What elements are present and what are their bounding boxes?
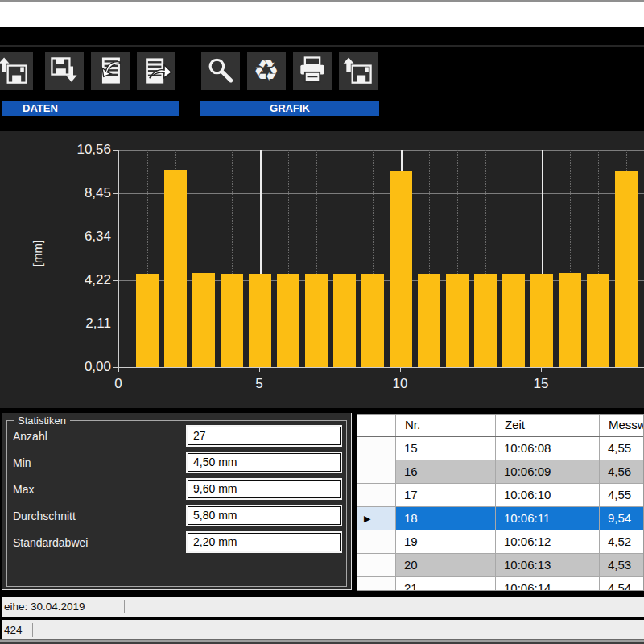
- table-row-21[interactable]: 2110:06:144,54: [357, 577, 643, 591]
- table-row-20[interactable]: 2010:06:134,53: [357, 554, 643, 577]
- export-data-button[interactable]: [137, 52, 175, 90]
- toolbar-divider: [0, 45, 644, 47]
- toolbar-group-label-grafik: GRAFIK: [200, 101, 379, 116]
- stat-label: Standardabwei: [13, 536, 188, 549]
- y-tick-label: 0,00: [47, 359, 111, 375]
- cell-zeit: 10:06:10: [496, 484, 600, 506]
- stat-label: Max: [13, 483, 188, 496]
- x-tick-mark: [400, 368, 401, 372]
- bar-measurement-12: [446, 274, 469, 367]
- stat-value-input[interactable]: 27: [188, 427, 341, 445]
- stat-field-row: Max9,60 mm: [13, 480, 341, 498]
- status-bar-1: eihe: 30.04.2019: [0, 597, 644, 617]
- y-tick-label: 2,11: [47, 316, 111, 332]
- table-row-17[interactable]: 1710:06:104,55: [357, 484, 643, 507]
- bar-measurement-13: [474, 274, 497, 367]
- bar-measurement-17: [587, 274, 609, 367]
- cell-messwert: 4,55: [600, 484, 644, 506]
- x-tick-label: 10: [384, 376, 416, 392]
- cell-messwert: 4,55: [600, 437, 644, 460]
- stat-value-input[interactable]: 2,20 mm: [188, 533, 341, 551]
- table-row-16[interactable]: 1610:06:094,56: [357, 460, 643, 484]
- x-tick-mark: [541, 368, 542, 372]
- bar-measurement-4: [221, 274, 243, 367]
- bar-measurement-7: [305, 274, 328, 367]
- import-document-icon: [93, 53, 128, 89]
- cell-zeit: 10:06:11: [496, 507, 600, 530]
- column-header-messwert[interactable]: Messwert: [600, 415, 644, 436]
- bar-measurement-2: [164, 170, 187, 367]
- cell-nr: 17: [396, 484, 496, 506]
- print-button[interactable]: [293, 52, 332, 90]
- cell-nr: 21: [396, 577, 496, 591]
- column-header-zeit[interactable]: Zeit: [496, 415, 600, 436]
- y-tick-mark: [113, 280, 118, 281]
- status-series-date: eihe: 30.04.2019: [4, 597, 85, 617]
- zoom-button[interactable]: [201, 52, 240, 90]
- status-separator: [32, 623, 33, 637]
- selected-row-arrow-icon: ▶: [364, 514, 370, 524]
- save-graphic-button[interactable]: [339, 52, 378, 90]
- chart-y-axis-title: [mm]: [31, 240, 44, 266]
- table-row-15[interactable]: 1510:06:084,55: [357, 437, 643, 460]
- bar-measurement-18: [615, 171, 638, 367]
- y-tick-label: 10,56: [47, 142, 111, 158]
- bar-measurement-15: [530, 274, 553, 367]
- bar-measurement-11: [418, 274, 440, 367]
- h-gridline: [119, 150, 644, 151]
- cell-nr: 16: [396, 460, 496, 483]
- status-device-number: 424: [4, 620, 23, 640]
- y-tick-mark: [113, 150, 118, 151]
- y-tick-label: 6,34: [47, 229, 111, 245]
- refresh-button[interactable]: ♻: [247, 52, 286, 90]
- cell-zeit: 10:06:09: [496, 460, 600, 483]
- column-header-nr[interactable]: Nr.: [396, 415, 496, 436]
- stat-value-input[interactable]: 4,50 mm: [188, 453, 341, 472]
- bar-measurement-10: [390, 171, 412, 367]
- bar-measurement-5: [249, 274, 271, 367]
- statistics-panel: Statistiken Anzahl27Min4,50 mmMax9,60 mm…: [2, 413, 352, 590]
- load-data-floppy-up-icon: [0, 53, 31, 89]
- table-header-row: Nr. Zeit Messwert: [357, 415, 643, 437]
- stat-label: Min: [13, 456, 188, 469]
- table-row-18[interactable]: ▶1810:06:119,54: [357, 507, 643, 530]
- stat-field-row: Anzahl27: [13, 427, 341, 445]
- stat-field-row: Durchschnitt5,80 mm: [13, 506, 341, 525]
- row-header-column-header: [357, 415, 396, 436]
- window-bottom-edge: [0, 639, 644, 644]
- print-icon: [295, 53, 330, 89]
- stat-label: Anzahl: [13, 430, 188, 443]
- load-data-button[interactable]: [0, 52, 33, 90]
- cell-messwert: 4,54: [600, 577, 644, 591]
- h-gridline: [119, 193, 644, 194]
- stat-value-input[interactable]: 5,80 mm: [188, 506, 341, 525]
- y-tick-mark: [113, 193, 118, 194]
- cell-zeit: 10:06:08: [496, 437, 600, 460]
- measurement-table: Nr. Zeit Messwert 1510:06:084,551610:06:…: [357, 414, 644, 591]
- cell-messwert: 4,53: [600, 554, 644, 576]
- save-data-button[interactable]: [45, 52, 84, 90]
- bar-measurement-16: [559, 273, 581, 367]
- save-graphic-floppy-up-icon: [341, 53, 376, 89]
- cell-zeit: 10:06:12: [496, 530, 600, 553]
- y-tick-mark: [113, 324, 118, 324]
- row-header-cell: [357, 460, 396, 483]
- cell-nr: 19: [396, 530, 496, 553]
- y-tick-label: 4,22: [47, 272, 111, 288]
- y-tick-label: 8,45: [47, 185, 111, 201]
- row-header-cell: [357, 577, 396, 591]
- stat-value-input[interactable]: 9,60 mm: [188, 480, 341, 498]
- chart-panel: [mm] 0,002,114,226,348,4510,56 051015: [0, 131, 644, 408]
- stat-label: Durchschnitt: [13, 510, 188, 522]
- stat-field-row: Standardabwei2,20 mm: [13, 533, 341, 551]
- bar-measurement-3: [192, 273, 215, 367]
- cell-nr: 20: [396, 554, 496, 576]
- cell-nr: 15: [396, 437, 496, 460]
- statistics-fields: Anzahl27Min4,50 mmMax9,60 mmDurchschnitt…: [13, 427, 341, 559]
- import-data-button[interactable]: [91, 52, 130, 90]
- x-tick-mark: [259, 368, 260, 372]
- row-header-cell: [357, 484, 396, 506]
- statistics-groupbox-title: Statistiken: [14, 415, 70, 427]
- table-row-19[interactable]: 1910:06:124,52: [357, 530, 643, 554]
- row-header-cell: [357, 437, 396, 460]
